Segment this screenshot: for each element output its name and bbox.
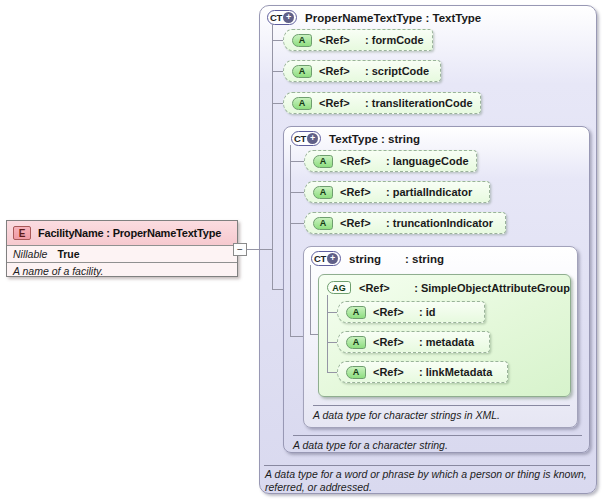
tree-branch [327,312,337,313]
attribute-name: : metadata [419,336,474,348]
attribute-badge: A [346,366,366,379]
attribute-name: : id [419,306,436,318]
attribute-name: : transliterationCode [365,97,473,109]
complex-type-header[interactable]: CT + TextType : string [284,127,589,146]
attribute-box-formcode[interactable]: A <Ref> : formCode [283,29,433,51]
complex-type-header[interactable]: CT + string : string [304,247,577,266]
attribute-badge: A [313,217,333,230]
attribute-box-linkmetadata[interactable]: A <Ref> : linkMetadata [337,361,508,383]
separator [313,405,570,406]
expand-plus-icon[interactable]: + [283,12,294,23]
annotation-string: A data type for character strings in XML… [313,409,573,422]
tree-branch [290,161,304,162]
attribute-ref: <Ref> [319,97,365,109]
element-annotation: A name of a facility. [13,265,103,277]
attribute-box-scriptcode[interactable]: A <Ref> : scriptCode [283,60,441,82]
attribute-group-header[interactable]: AG <Ref> : SimpleObjectAttributeGroup [319,275,570,294]
attribute-badge: A [313,155,333,168]
tree-branch [290,192,304,193]
attribute-box-languagecode[interactable]: A <Ref> : languageCode [304,150,477,172]
element-annotation-row: A name of a facility. [7,262,237,279]
element-property-row: Nillable True [7,245,237,262]
complex-type-badge[interactable]: CT + [311,251,341,266]
separator [264,465,590,466]
ct-badge-label: CT [294,133,306,144]
attribute-ref: <Ref> [373,306,419,318]
tree-branch [272,289,283,290]
attribute-box-metadata[interactable]: A <Ref> : metadata [337,331,490,353]
complex-type-badge[interactable]: CT + [267,10,297,25]
connector-line [247,249,272,250]
attribute-ref: <Ref> [373,366,419,378]
expand-plus-icon[interactable]: + [327,253,338,264]
element-header[interactable]: E FacilityName : ProperNameTextType [7,221,237,245]
annotation-propernametexttype: A data type for a word or phrase by whic… [265,468,595,493]
minus-icon: − [237,245,243,255]
complex-type-base: : string [405,253,444,265]
attribute-name: : truncationIndicator [386,217,493,229]
tree-line [327,295,328,372]
annotation-texttype: A data type for a character string. [293,439,585,452]
tree-branch [272,103,283,104]
complex-type-title: TextType : string [329,133,420,145]
attribute-name: : formCode [365,34,424,46]
attribute-badge: A [346,336,366,349]
attribute-group-ref: <Ref> [359,282,414,294]
attribute-badge: A [292,65,312,78]
attribute-box-id[interactable]: A <Ref> : id [337,301,485,323]
tree-branch [327,342,337,343]
complex-type-header[interactable]: CT + ProperNameTextType : TextType [260,6,596,25]
attribute-name: : languageCode [386,155,469,167]
attribute-badge: A [292,34,312,47]
nillable-value: True [57,248,79,260]
attribute-badge: A [313,186,333,199]
attribute-box-transliterationcode[interactable]: A <Ref> : transliterationCode [283,92,481,114]
attribute-name: : linkMetadata [419,366,492,378]
attribute-name: : partialIndicator [386,186,472,198]
collapse-toggle-button[interactable]: − [233,243,247,256]
attribute-badge: A [346,306,366,319]
attribute-ref: <Ref> [319,65,365,77]
attribute-group-badge: AG [327,281,351,294]
tree-branch [290,223,304,224]
attribute-box-truncationindicator[interactable]: A <Ref> : truncationIndicator [304,212,506,234]
attribute-ref: <Ref> [373,336,419,348]
tree-branch [327,372,337,373]
element-box-facilityname[interactable]: E FacilityName : ProperNameTextType Nill… [6,220,238,277]
tree-branch [272,71,283,72]
tree-line [272,24,273,290]
tree-line [290,145,291,337]
attribute-box-partialindicator[interactable]: A <Ref> : partialIndicator [304,181,490,203]
attribute-ref: <Ref> [319,34,365,46]
complex-type-title: ProperNameTextType : TextType [305,12,481,24]
attribute-ref: <Ref> [340,186,386,198]
separator [293,435,582,436]
attribute-ref: <Ref> [340,155,386,167]
complex-type-badge[interactable]: CT + [291,131,321,146]
attribute-ref: <Ref> [340,217,386,229]
nillable-label: Nillable [13,248,47,260]
attribute-name: : scriptCode [365,65,429,77]
element-badge: E [13,226,31,240]
schema-diagram-canvas: CT + ProperNameTextType : TextType CT + … [0,0,603,499]
ct-badge-label: CT [270,12,282,23]
attribute-group-name: : SimpleObjectAttributeGroup [414,282,570,294]
tree-line [310,265,311,335]
element-title: FacilityName : ProperNameTextType [38,227,221,239]
attribute-badge: A [292,97,312,110]
complex-type-title: string [349,253,397,265]
tree-branch [310,334,318,335]
tree-branch [290,336,303,337]
ct-badge-label: CT [314,253,326,264]
tree-branch [272,40,283,41]
expand-plus-icon[interactable]: + [307,133,318,144]
